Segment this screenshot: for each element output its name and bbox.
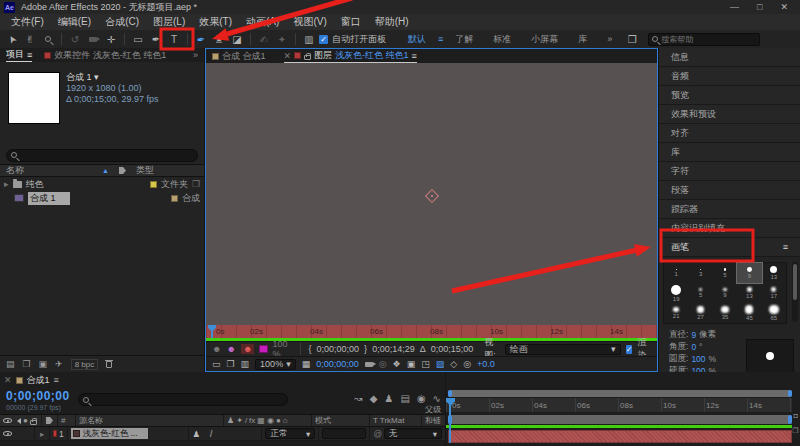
brush-preset-5-soft[interactable]: 5	[688, 283, 712, 303]
frame-blending-icon[interactable]: ▤	[400, 393, 409, 404]
tab-project[interactable]: 项目 ≡	[6, 48, 32, 62]
layer-visibility-cell[interactable]	[0, 427, 35, 440]
exposure-value[interactable]: +0.0	[477, 359, 495, 369]
hide-shy-icon[interactable]: ♟	[384, 393, 393, 404]
paint-color-swatch[interactable]	[259, 345, 267, 353]
label-swatch[interactable]	[150, 181, 157, 188]
pickwhip-icon[interactable]: @	[373, 429, 382, 439]
workspace-libraries[interactable]: 库	[568, 33, 597, 46]
comp-marker-bin-icon[interactable]: ◘	[793, 412, 797, 419]
menu-layer[interactable]: 图层(L)	[146, 15, 192, 29]
rotation-tool-icon[interactable]: ↺	[67, 32, 83, 47]
label-swatch[interactable]	[171, 195, 178, 202]
brush-preset-3[interactable]: 3	[688, 263, 712, 283]
timeline-search[interactable]	[78, 393, 288, 406]
transparency-grid-icon[interactable]: ▨	[436, 359, 445, 369]
close-tab-icon[interactable]: ✕	[284, 51, 292, 61]
graph-editor-icon[interactable]: ∿	[433, 393, 441, 404]
tab-overflow-icon[interactable]: »	[193, 50, 198, 60]
panel-menu-icon[interactable]: ≡	[54, 375, 59, 385]
tab-info[interactable]: 信息	[659, 48, 800, 67]
render-checkbox[interactable]: ✓	[626, 345, 633, 354]
brush-preset-19[interactable]: 19	[664, 283, 688, 303]
pan-behind-tool-icon[interactable]: ✛	[103, 32, 119, 47]
show-channel-icon[interactable]: ❖	[393, 359, 401, 369]
grid-guides-icon[interactable]: ▦	[302, 359, 311, 369]
menu-effect[interactable]: 效果(T)	[192, 15, 239, 29]
timeline-search-input[interactable]	[92, 395, 283, 404]
new-composition-icon[interactable]: ▣	[39, 359, 48, 369]
brush-preset-13-soft[interactable]: 13	[737, 283, 761, 303]
trkmat-column-header[interactable]: T TrkMat	[370, 415, 422, 426]
brush-preset-5[interactable]: 5	[713, 263, 737, 283]
project-search-input[interactable]	[20, 151, 193, 160]
mini-flowchart-icon[interactable]: ↝	[354, 393, 362, 404]
workspace-standard[interactable]: 标准	[483, 33, 521, 46]
close-tab-icon[interactable]: ✕	[4, 375, 12, 385]
color-depth-button[interactable]: 8 bpc	[71, 359, 99, 370]
brush-preset-9-soft[interactable]: 9	[713, 283, 737, 303]
always-preview-icon[interactable]: ▭	[212, 359, 221, 369]
brush-tool-icon[interactable]: ✒	[192, 30, 210, 48]
selection-tool-icon[interactable]: ➤	[2, 28, 23, 49]
layer-name[interactable]: 浅灰色-红色 ...	[83, 428, 138, 440]
workspace-small-screen[interactable]: 小屏幕	[521, 33, 568, 46]
pen-tool-icon[interactable]: ✒	[148, 32, 164, 47]
trash-icon[interactable]	[106, 361, 112, 368]
brush-preset-35-soft[interactable]: 35	[713, 303, 737, 323]
brush-preset-17-soft[interactable]: 17	[762, 283, 786, 303]
work-area-bar[interactable]	[448, 415, 792, 424]
help-search-input[interactable]	[661, 35, 747, 44]
comp-button-icon[interactable]: ❐	[792, 427, 798, 435]
brush-preset-45-soft[interactable]: 45	[737, 303, 761, 323]
exposure-icon[interactable]: ◎	[463, 359, 471, 369]
new-folder-icon[interactable]: ❐	[23, 359, 31, 369]
minimize-button[interactable]: —	[730, 2, 739, 12]
expand-icon[interactable]: ▸	[4, 179, 9, 189]
expand-icon[interactable]: ▸	[40, 429, 44, 439]
project-row-solids[interactable]: ▸ 纯色 文件夹 ❐	[0, 177, 204, 191]
paint-duration-constant-icon[interactable]: ☻	[212, 344, 221, 354]
layer-time-ruler[interactable]: 0s 02s 04s 06s 08s 10s 12s 14s	[206, 325, 657, 338]
view-dropdown[interactable]: 绘画▾	[505, 344, 621, 355]
rectangle-tool-icon[interactable]: ▭	[130, 32, 146, 47]
column-name[interactable]: 名称	[6, 164, 24, 177]
source-name-column-header[interactable]: 源名称	[76, 415, 224, 426]
menu-view[interactable]: 视图(V)	[286, 15, 333, 29]
zoom-tool-icon[interactable]	[40, 32, 56, 47]
clone-stamp-tool-icon[interactable]: ♜	[211, 32, 227, 47]
share-view-icon[interactable]: ▥	[241, 359, 250, 369]
layer-label-swatch[interactable]	[53, 430, 57, 437]
menu-window[interactable]: 窗口	[334, 15, 368, 29]
layer-switches-cell[interactable]: ♟/	[189, 427, 262, 440]
angle-value[interactable]: 0	[691, 342, 696, 352]
type-tool-icon[interactable]: T	[166, 32, 182, 47]
brush-preset-65-soft[interactable]: 65	[762, 303, 786, 323]
out-point-icon[interactable]: }	[364, 344, 367, 354]
paint-duration-writeon-icon[interactable]: ☻	[226, 344, 235, 354]
maximize-button[interactable]: □	[757, 2, 762, 12]
help-search[interactable]	[648, 33, 760, 46]
roto-brush-tool-icon[interactable]: ✍	[256, 32, 272, 47]
time-navigator-bar[interactable]	[448, 390, 792, 397]
tab-effects-presets[interactable]: 效果和预设	[659, 105, 800, 124]
draft-3d-icon[interactable]: ◆	[370, 393, 378, 404]
region-of-interest-icon[interactable]: ◳	[421, 359, 430, 369]
layer-name-cell[interactable]: 浅灰色-红色 ...	[68, 427, 190, 440]
eraser-tool-icon[interactable]: ◪	[229, 32, 245, 47]
column-type[interactable]: 类型	[136, 164, 154, 177]
timecode[interactable]: 0;00;00;00	[6, 390, 70, 402]
anchor-point-crosshair[interactable]	[425, 189, 439, 203]
diameter-value[interactable]: 9	[691, 330, 696, 340]
brush-preset-9[interactable]: 9	[737, 263, 761, 283]
menu-help[interactable]: 帮助(H)	[368, 15, 416, 29]
menu-composition[interactable]: 合成(C)	[98, 15, 146, 29]
primary-viewer-icon[interactable]: ❐	[227, 359, 235, 369]
workspace-default[interactable]: 默认	[398, 33, 436, 46]
resolution-icon[interactable]: ▣	[407, 359, 416, 369]
layer-row[interactable]: ▸ 1 浅灰色-红色 ... ♟/ 正常▾ @无▾	[0, 427, 445, 441]
paint-duration-single-icon[interactable]: ☻	[241, 344, 254, 354]
workspace-overflow-icon[interactable]: »	[597, 34, 622, 44]
time-ruler[interactable]: 0s 02s 04s 06s 08s 10s 12s 14s	[446, 398, 792, 412]
tab-audio[interactable]: 音频	[659, 67, 800, 86]
